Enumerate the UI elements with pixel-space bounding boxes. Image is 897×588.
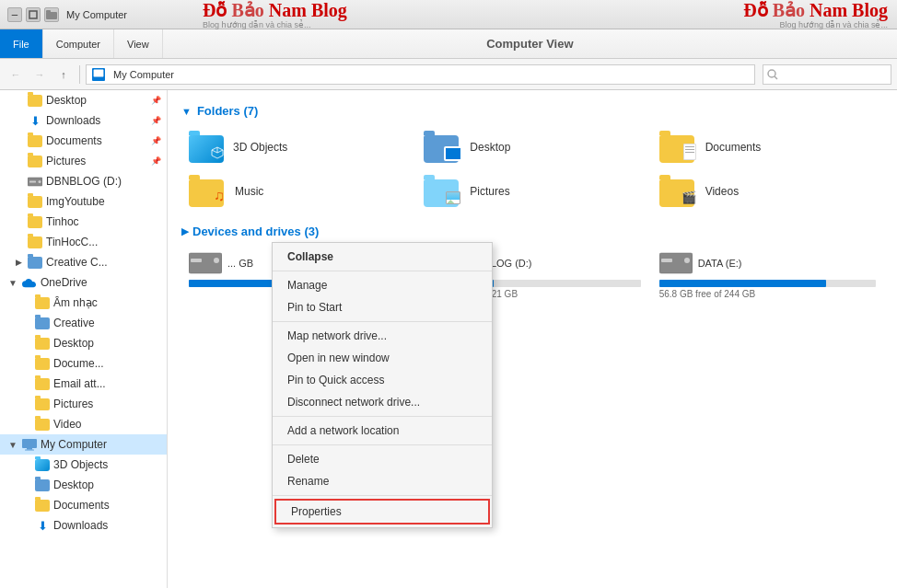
tab-view[interactable]: View [114,29,163,58]
ctx-separator-5 [273,495,492,496]
folder-yellow-icon [35,295,50,310]
main-layout: Desktop 📌 ⬇ Downloads 📌 Documents 📌 Pict… [0,90,897,588]
folder-item-3dobjects[interactable]: 3D Objects [181,127,413,167]
pin-icon: 📌 [151,116,161,125]
watermark-sub-left: Blog hướng dẫn và chia sẻ... [203,20,347,29]
device-name: DATA (E:) [698,258,742,269]
svg-rect-24 [659,253,693,273]
svg-rect-1 [46,12,57,19]
cloud-icon [22,275,37,290]
ctx-add-network[interactable]: Add a network location [273,420,492,442]
address-bar: ← → ↑ My Computer [0,59,897,90]
sidebar-item-creative-c[interactable]: ▶ Creative C... [0,252,167,272]
sidebar-label: Downloads [46,114,100,127]
folder-yellow-icon [28,235,42,249]
sidebar-item-documents[interactable]: Documents 📌 [0,131,167,151]
pin-icon: 📌 [151,136,161,145]
sidebar-item-mc-desktop[interactable]: Desktop [0,475,167,495]
sidebar-label: Video [53,418,81,431]
folders-section-header[interactable]: ▼ Folders (7) [181,104,883,118]
sidebar-item-video[interactable]: Video [0,414,167,434]
sidebar-label: My Computer [41,438,107,451]
sidebar-item-amnhac[interactable]: Âm nhạc [0,293,167,313]
sidebar-label: Tinhoc [46,215,79,228]
folder-item-music[interactable]: ♫ Music [181,171,413,212]
sidebar-label: Creative [53,317,95,329]
pin-icon: 📌 [151,96,161,105]
drive-icon [189,250,222,276]
folder-item-documents[interactable]: Documents [652,127,883,167]
folder-item-videos[interactable]: 🎬 Videos [652,171,883,212]
progress-bar-e [659,280,826,287]
folder-yellow-icon [28,133,42,148]
ctx-disconnect[interactable]: Disconnect network drive... [273,391,492,413]
device-item-data[interactable]: DATA (E:) 56.8 GB free of 244 GB [652,246,883,304]
expand-arrow [13,95,24,106]
address-path[interactable]: My Computer [86,64,755,85]
sidebar-item-mycomputer[interactable]: ▼ My Computer [0,434,167,455]
ctx-separator-2 [273,321,492,322]
back-button[interactable]: ← [6,64,26,85]
folder-yellow-icon [35,376,50,391]
sidebar-item-desktop[interactable]: Desktop 📌 [0,90,167,110]
progress-bar-container-e [659,280,876,287]
svg-rect-12 [27,448,32,450]
ctx-open-window[interactable]: Open in new window [273,347,492,369]
sidebar-item-imgyoutube[interactable]: ImgYoutube [0,191,167,212]
ctx-separator-4 [273,444,492,445]
tab-computer[interactable]: Computer [43,29,114,58]
svg-rect-18 [189,253,222,273]
svg-line-7 [775,76,777,79]
tab-file[interactable]: File [0,29,43,58]
sidebar-item-mc-downloads[interactable]: ⬇ Downloads [0,515,167,536]
ctx-separator-1 [273,271,492,271]
sidebar-item-dbnblog[interactable]: DBNBLOG (D:) [0,171,167,191]
folder-yellow-icon [35,336,50,351]
ctx-properties[interactable]: Properties [274,499,490,525]
drive-icon [659,250,693,276]
devices-section-title: Devices and drives (3) [192,225,319,238]
hdd-icon [28,174,42,189]
folder-blue-icon [35,478,50,492]
forward-button[interactable]: → [29,64,50,85]
ctx-collapse[interactable]: Collapse [273,246,492,268]
sidebar-item-od-desktop[interactable]: Desktop [0,333,167,353]
sidebar-item-mc-documents[interactable]: Documents [0,495,167,515]
sidebar-item-onedrive[interactable]: ▼ OneDrive [0,272,167,293]
ctx-pin-quick[interactable]: Pin to Quick access [273,369,492,391]
ctx-map-drive[interactable]: Map network drive... [273,325,492,347]
ctx-manage[interactable]: Manage [273,274,492,296]
window-title-ribbon: Computer View [163,29,897,58]
sidebar-label: DBNBLOG (D:) [46,175,122,188]
sidebar-item-tinhocC[interactable]: TinHocC... [0,232,167,252]
folder-blue-icon [35,316,50,330]
sidebar-item-3dobjects[interactable]: 3D Objects [0,455,167,475]
sidebar-item-od-documents[interactable]: Docume... [0,353,167,374]
svg-line-17 [212,150,217,153]
minimize-icon[interactable]: ─ [7,7,22,22]
sidebar-item-tinhoc[interactable]: Tinhoc [0,212,167,232]
folder-yellow-icon [35,417,50,432]
context-menu: Collapse Manage Pin to Start Map network… [272,242,493,528]
watermark-sub-right: Blog hướng dẫn và chia sẻ... [779,20,888,29]
sidebar-label: Docume... [53,357,104,370]
sidebar-item-od-pictures[interactable]: Pictures [0,394,167,414]
ctx-delete[interactable]: Delete [273,448,492,470]
folder-item-pictures[interactable]: Pictures [416,171,647,212]
window-icon [26,7,41,22]
sidebar-item-email[interactable]: Email att... [0,374,167,394]
sidebar-item-pictures[interactable]: Pictures 📌 [0,151,167,171]
ctx-rename[interactable]: Rename [273,470,492,492]
device-info-e: 56.8 GB free of 244 GB [659,289,876,299]
folder-label: Desktop [470,141,510,154]
sidebar-item-downloads[interactable]: ⬇ Downloads 📌 [0,110,167,131]
ctx-pin-start[interactable]: Pin to Start [273,296,492,318]
content-area: ▼ Folders (7) [168,90,897,588]
sidebar-label: TinHocC... [46,236,98,248]
download-icon: ⬇ [35,518,50,533]
sidebar: Desktop 📌 ⬇ Downloads 📌 Documents 📌 Pict… [0,90,168,588]
up-button[interactable]: ↑ [53,64,74,85]
title-bar: ─ My Computer Đỗ Bảo Nam Blog Blog hướng… [0,0,897,29]
sidebar-item-creative[interactable]: Creative [0,313,167,333]
folder-item-desktop[interactable]: Desktop [416,127,647,167]
